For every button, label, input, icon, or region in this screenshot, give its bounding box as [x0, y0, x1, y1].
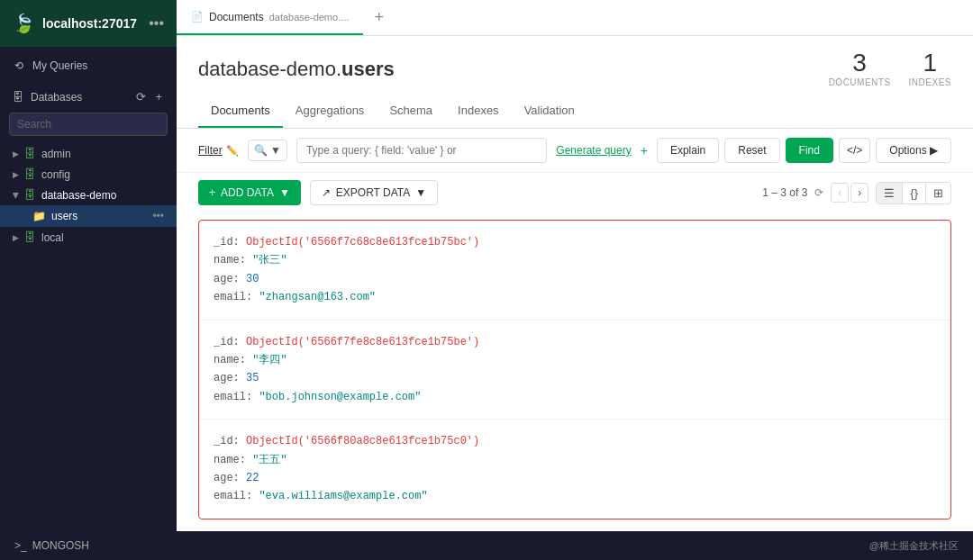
- databases-header-left: 🗄 Databases: [13, 91, 82, 104]
- my-queries-section: ⟲ My Queries: [0, 47, 177, 85]
- prev-page-button[interactable]: ‹: [831, 183, 849, 203]
- status-bar: >_ MONGOSH @稀土掘金技术社区: [0, 531, 973, 560]
- document-tab-folder-icon: 📄: [191, 11, 204, 23]
- sub-tabs: Documents Aggregations Schema Indexes Va…: [177, 95, 973, 129]
- field-id: _id: ObjectId('6566f7fe8c8e613fce1b75be'…: [214, 333, 936, 351]
- expand-icon: ▶: [12, 192, 21, 198]
- tab-path-label: database-demo....: [269, 12, 350, 23]
- export-icon: ↗: [322, 186, 331, 199]
- tab-indexes[interactable]: Indexes: [445, 95, 512, 128]
- tab-documents[interactable]: 📄 Documents database-demo....: [177, 0, 363, 35]
- more-options-icon[interactable]: •••: [149, 15, 164, 32]
- filter-options-button[interactable]: 🔍 ▼: [248, 140, 287, 161]
- documents-count: 3: [829, 50, 891, 76]
- tab-bar: 📄 Documents database-demo.... +: [177, 0, 973, 36]
- add-data-dropdown-icon: ▼: [279, 186, 290, 199]
- document-list: _id: ObjectId('6566f7c68c8e613fce1b75bc'…: [177, 212, 973, 531]
- add-data-button[interactable]: + ADD DATA ▼: [198, 180, 301, 205]
- queries-icon: ⟲: [13, 59, 25, 72]
- document-container: _id: ObjectId('6566f7c68c8e613fce1b75bc'…: [198, 220, 951, 519]
- code-view-button[interactable]: </>: [839, 138, 870, 163]
- json-view-button[interactable]: {}: [903, 183, 926, 203]
- sidebar-item-local[interactable]: ▶ 🗄 local: [0, 227, 177, 248]
- db-name: config: [41, 168, 164, 181]
- field-name: name: "张三": [214, 251, 936, 269]
- filter-options: 🔍 ▼: [248, 140, 287, 161]
- search-input[interactable]: [9, 113, 168, 136]
- documents-label: DOCUMENTS: [829, 77, 891, 87]
- field-id: _id: ObjectId('6566f7c68c8e613fce1b75bc'…: [214, 233, 936, 251]
- refresh-icon[interactable]: ⟳: [814, 186, 823, 199]
- db-part: database-demo: [198, 58, 336, 80]
- field-age: age: 22: [214, 469, 936, 487]
- mongosh-label[interactable]: >_ MONGOSH: [14, 539, 89, 552]
- filter-input[interactable]: [296, 138, 547, 163]
- db-folder-icon: 🗄: [24, 230, 36, 244]
- sidebar-item-admin[interactable]: ▶ 🗄 admin: [0, 143, 177, 164]
- mongosh-text: MONGOSH: [32, 539, 89, 552]
- field-email: email: "eva.williams@example.com": [214, 487, 936, 505]
- field-name: name: "李四": [214, 351, 936, 369]
- add-tab-button[interactable]: +: [363, 0, 395, 35]
- collection-folder-icon: 📁: [32, 210, 46, 222]
- toolbar-right: Explain Reset Find </> Options ▶: [657, 138, 951, 163]
- action-left: + ADD DATA ▼ ↗ EXPORT DATA ▼: [198, 180, 438, 205]
- export-data-button[interactable]: ↗ EXPORT DATA ▼: [310, 180, 438, 205]
- table-row: _id: ObjectId('6566f7c68c8e613fce1b75bc'…: [199, 221, 950, 321]
- generate-query-plus-icon: +: [641, 143, 648, 158]
- generate-query-link[interactable]: Generate query: [556, 144, 631, 157]
- content-header: database-demo.users 3 DOCUMENTS 1 INDEXE…: [177, 36, 973, 87]
- databases-label: Databases: [31, 91, 82, 104]
- pagination-nav: ‹ ›: [831, 183, 868, 203]
- tab-validation[interactable]: Validation: [512, 95, 587, 128]
- explain-button[interactable]: Explain: [657, 138, 719, 163]
- tab-documents-label: Documents: [209, 11, 264, 23]
- sidebar-item-my-queries[interactable]: ⟲ My Queries: [0, 54, 177, 77]
- sidebar-item-users[interactable]: 📁 users •••: [0, 205, 177, 227]
- table-row: _id: ObjectId('6566f7fe8c8e613fce1b75be'…: [199, 321, 950, 420]
- documents-stat: 3 DOCUMENTS: [829, 50, 891, 87]
- options-button[interactable]: Options ▶: [876, 138, 951, 163]
- db-name: local: [41, 231, 164, 244]
- db-name: admin: [41, 148, 164, 160]
- server-title: localhost:27017: [42, 16, 137, 31]
- table-view-button[interactable]: ⊞: [926, 183, 950, 203]
- field-age: age: 30: [214, 270, 936, 288]
- filter-button[interactable]: Filter ✏️: [198, 144, 239, 157]
- reset-button[interactable]: Reset: [724, 138, 779, 163]
- db-icon: 🗄: [13, 91, 23, 104]
- db-name: database-demo: [41, 189, 164, 202]
- tab-aggregations[interactable]: Aggregations: [283, 95, 377, 128]
- collection-more-icon[interactable]: •••: [152, 210, 164, 222]
- next-page-button[interactable]: ›: [850, 183, 868, 203]
- sidebar-item-config[interactable]: ▶ 🗄 config: [0, 164, 177, 185]
- field-name: name: "王五": [214, 451, 936, 469]
- watermark: @稀土掘金技术社区: [869, 539, 959, 553]
- expand-icon: ▶: [13, 233, 19, 242]
- gt-icon: >_: [14, 539, 27, 552]
- db-folder-icon: 🗄: [24, 188, 36, 202]
- add-database-button[interactable]: +: [153, 90, 164, 104]
- indexes-label: INDEXES: [909, 77, 951, 87]
- sidebar-search: [0, 109, 177, 143]
- field-age: age: 35: [214, 369, 936, 387]
- find-button[interactable]: Find: [786, 138, 833, 163]
- databases-header: 🗄 Databases ⟳ +: [0, 85, 177, 109]
- table-row: _id: ObjectId('6566f80a8c8e613fce1b75c0'…: [199, 420, 950, 519]
- indexes-stat: 1 INDEXES: [909, 50, 951, 87]
- collection-name: users: [51, 210, 77, 222]
- field-id: _id: ObjectId('6566f80a8c8e613fce1b75c0'…: [214, 432, 936, 450]
- action-right: 1 – 3 of 3 ⟳ ‹ › ☰ {} ⊞: [762, 182, 951, 204]
- tab-schema[interactable]: Schema: [377, 95, 445, 128]
- expand-icon: ▶: [13, 170, 19, 179]
- field-email: email: "bob.johnson@example.com": [214, 388, 936, 406]
- list-view-button[interactable]: ☰: [877, 183, 903, 203]
- pagination-info: 1 – 3 of 3: [762, 186, 807, 199]
- plus-icon: +: [209, 186, 215, 199]
- leaf-icon: 🍃: [13, 13, 35, 34]
- db-folder-icon: 🗄: [24, 167, 36, 181]
- tab-documents-sub[interactable]: Documents: [198, 95, 283, 128]
- refresh-databases-button[interactable]: ⟳: [134, 90, 148, 104]
- toolbar: Filter ✏️ 🔍 ▼ Generate query + Explain R…: [177, 129, 973, 173]
- sidebar-item-database-demo[interactable]: ▶ 🗄 database-demo: [0, 185, 177, 205]
